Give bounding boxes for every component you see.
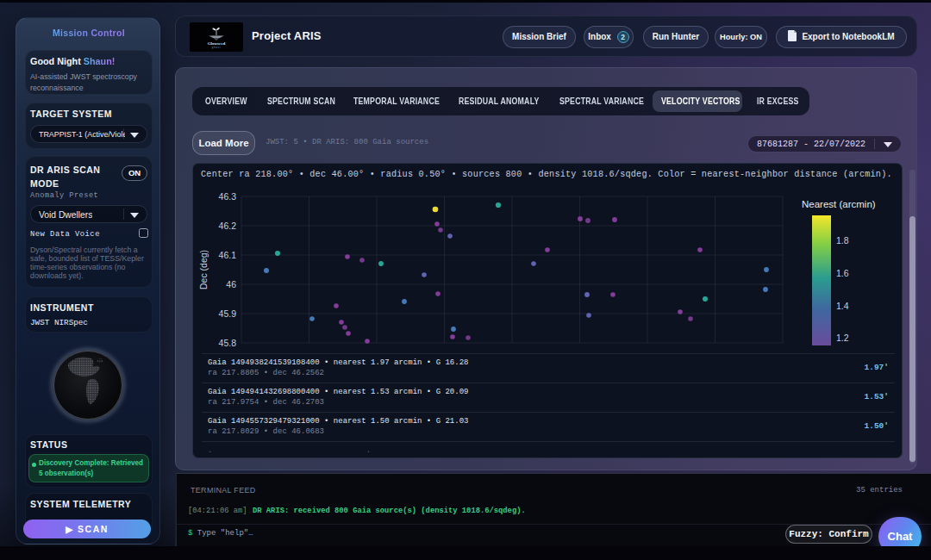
- svg-text:ghost: ghost: [212, 46, 221, 49]
- svg-text:46.3: 46.3: [219, 191, 237, 202]
- svg-text:46: 46: [226, 279, 236, 289]
- svg-text:1.4: 1.4: [836, 301, 849, 311]
- svg-text:1.8: 1.8: [836, 235, 849, 246]
- svg-text:46.2: 46.2: [219, 221, 237, 231]
- svg-text:46.1: 46.1: [219, 250, 237, 260]
- svg-text:1.2: 1.2: [836, 333, 849, 343]
- svg-text:45.9: 45.9: [219, 308, 237, 319]
- svg-text:45.8: 45.8: [219, 338, 237, 348]
- svg-text:Nearest (arcmin): Nearest (arcmin): [802, 199, 876, 209]
- svg-text:Dec (deg): Dec (deg): [198, 250, 209, 289]
- svg-text:Glowseed: Glowseed: [208, 41, 226, 46]
- svg-text:1.6: 1.6: [836, 268, 849, 278]
